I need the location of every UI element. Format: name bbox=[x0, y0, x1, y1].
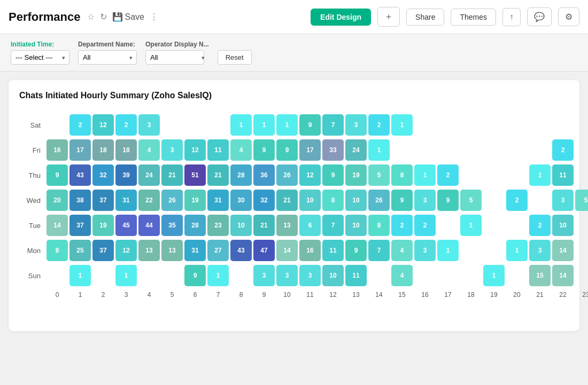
comment-button[interactable]: 💬 bbox=[527, 7, 552, 26]
heatmap-cell: 21 bbox=[161, 164, 183, 186]
heatmap-cell: 1 bbox=[115, 265, 137, 286]
heatmap-cell: 12 bbox=[184, 139, 206, 161]
save-button[interactable]: 💾 Save bbox=[112, 12, 144, 22]
row-label-fri: Fri bbox=[19, 138, 45, 162]
heatmap-cell bbox=[460, 164, 482, 186]
heatmap-cell: 33 bbox=[322, 139, 344, 161]
heatmap-cell bbox=[483, 240, 505, 261]
heatmap-container: Sat2122311197321Fri161718184312114991733… bbox=[19, 113, 569, 318]
heatmap-cell: 22 bbox=[138, 190, 160, 211]
col-label-12: 12 bbox=[322, 291, 344, 298]
heatmap-cell: 9 bbox=[322, 164, 344, 186]
heatmap-cell: 12 bbox=[92, 114, 114, 136]
header: Performance ☆ ↻ 💾 Save ⋮ Edit Design ＋ S… bbox=[0, 0, 588, 34]
heatmap-cell: 10 bbox=[552, 215, 574, 236]
col-label-2: 2 bbox=[92, 291, 114, 298]
heatmap-cell: 43 bbox=[230, 240, 252, 261]
heatmap-cell: 2 bbox=[414, 215, 436, 236]
heatmap-cell bbox=[506, 164, 528, 186]
heatmap-cell: 3 bbox=[552, 190, 574, 211]
col-label-10: 10 bbox=[276, 291, 298, 298]
heatmap-cell: 2 bbox=[115, 114, 137, 136]
heatmap-cell: 9 bbox=[345, 240, 367, 261]
heatmap-cell: 1 bbox=[460, 215, 482, 236]
themes-button[interactable]: Themes bbox=[451, 9, 496, 26]
heatmap-cell: 10 bbox=[345, 215, 367, 236]
col-label-7: 7 bbox=[207, 291, 229, 298]
heatmap-cell: 1 bbox=[391, 114, 413, 136]
heatmap-cell: 37 bbox=[92, 190, 114, 211]
heatmap-cell: 7 bbox=[368, 240, 390, 261]
heatmap-cell: 9 bbox=[276, 139, 298, 161]
department-select[interactable]: All bbox=[78, 50, 137, 65]
heatmap-cell: 12 bbox=[299, 164, 321, 186]
heatmap-cell bbox=[483, 164, 505, 186]
col-label-15: 15 bbox=[391, 291, 413, 298]
heatmap-cell: 10 bbox=[230, 215, 252, 236]
edit-design-button[interactable]: Edit Design bbox=[311, 9, 371, 26]
settings-button[interactable]: ⚙ bbox=[558, 7, 579, 26]
heatmap-cell: 7 bbox=[322, 114, 344, 136]
heatmap-cell bbox=[506, 114, 528, 136]
heatmap-cell: 1 bbox=[414, 164, 436, 186]
heatmap-cell: 28 bbox=[230, 164, 252, 186]
heatmap-cell bbox=[92, 265, 114, 286]
heatmap-cell: 10 bbox=[322, 265, 344, 286]
heatmap-cell: 1 bbox=[253, 114, 275, 136]
heatmap-cell: 1 bbox=[506, 240, 528, 261]
row-label-thu: Thu bbox=[19, 163, 45, 187]
heatmap-cell: 9 bbox=[299, 114, 321, 136]
heatmap-cell: 3 bbox=[138, 114, 160, 136]
row-label-wed: Wed bbox=[19, 188, 45, 212]
heatmap-cell: 47 bbox=[253, 240, 275, 261]
heatmap-cell: 1 bbox=[207, 265, 229, 286]
operator-select[interactable]: All bbox=[145, 50, 204, 65]
heatmap-cell: 5 bbox=[368, 164, 390, 186]
heatmap-cell bbox=[575, 114, 588, 136]
heatmap-cell bbox=[506, 139, 528, 161]
heatmap-cell: 8 bbox=[322, 190, 344, 211]
heatmap-cell: 45 bbox=[115, 215, 137, 236]
heatmap-cell bbox=[483, 139, 505, 161]
reset-button[interactable]: Reset bbox=[218, 50, 252, 65]
heatmap-cell bbox=[414, 139, 436, 161]
star-icon[interactable]: ☆ bbox=[87, 12, 95, 22]
heatmap-cell bbox=[437, 139, 459, 161]
more-options-icon[interactable]: ⋮ bbox=[150, 12, 158, 22]
heatmap-cell: 3 bbox=[345, 114, 367, 136]
refresh-icon[interactable]: ↻ bbox=[100, 12, 107, 22]
col-label-21: 21 bbox=[529, 291, 551, 298]
operator-label: Operator Display N... bbox=[145, 41, 209, 48]
heatmap-cell bbox=[575, 164, 588, 186]
header-actions: ☆ ↻ 💾 Save ⋮ bbox=[87, 12, 158, 22]
heatmap-cell: 3 bbox=[529, 240, 551, 261]
heatmap-cell: 1 bbox=[230, 114, 252, 136]
heatmap-cell: 11 bbox=[207, 139, 229, 161]
col-label-8: 8 bbox=[230, 291, 252, 298]
heatmap-cell: 3 bbox=[276, 265, 298, 286]
heatmap-cell bbox=[437, 114, 459, 136]
heatmap-cell: 10 bbox=[345, 190, 367, 211]
heatmap-cell bbox=[506, 265, 528, 286]
heatmap-cell: 32 bbox=[253, 190, 275, 211]
heatmap-cell: 25 bbox=[69, 240, 91, 261]
heatmap-cell: 4 bbox=[138, 139, 160, 161]
heatmap-cell: 8 bbox=[391, 164, 413, 186]
initiated-time-select[interactable]: --- Select --- bbox=[11, 50, 69, 65]
export-button[interactable]: ↑ bbox=[502, 8, 521, 26]
heatmap-cell bbox=[506, 215, 528, 236]
heatmap-cell: 17 bbox=[69, 139, 91, 161]
heatmap-cell: 3 bbox=[299, 265, 321, 286]
heatmap-cell bbox=[483, 215, 505, 236]
heatmap-cell: 9 bbox=[437, 190, 459, 211]
heatmap-cell: 31 bbox=[207, 190, 229, 211]
main-content: Chats Initiated Hourly Summary (Zoho Sal… bbox=[0, 72, 588, 385]
chart-card: Chats Initiated Hourly Summary (Zoho Sal… bbox=[9, 80, 579, 331]
share-button[interactable]: Share bbox=[406, 9, 444, 26]
col-label-16: 16 bbox=[414, 291, 436, 298]
add-button[interactable]: ＋ bbox=[377, 7, 400, 27]
heatmap-cell: 13 bbox=[138, 240, 160, 261]
heatmap-cell: 14 bbox=[47, 215, 68, 236]
heatmap-cell: 36 bbox=[253, 164, 275, 186]
row-label-sun: Sun bbox=[19, 264, 45, 287]
